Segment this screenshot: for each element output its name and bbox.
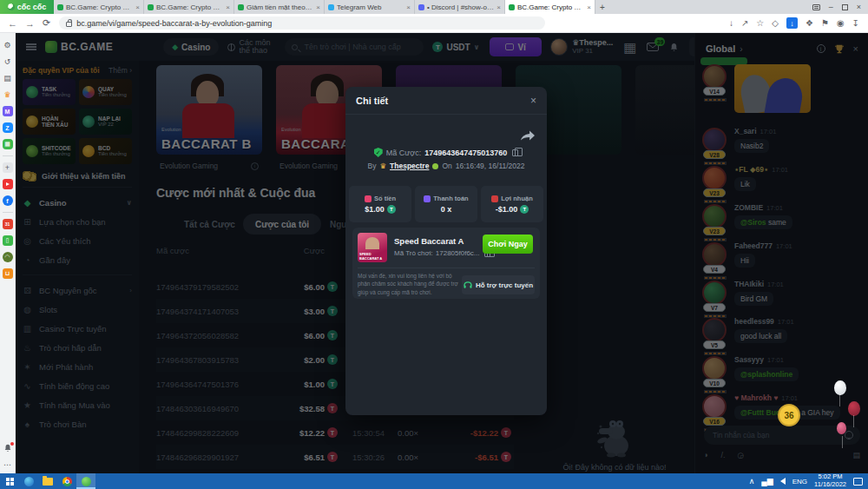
taskbar-clock[interactable]: 5:02 PM 11/16/2022 [814, 473, 846, 488]
no-data-text: Ôi! Đây không có dữ liệu nào! [562, 463, 666, 472]
browser-tab-3[interactable]: Giảm tiền mặt theo tiến hóa!× [234, 0, 325, 14]
game-code-label: Mã Trò chơi: [394, 249, 433, 257]
tab-search-icon[interactable] [812, 4, 820, 10]
taskbar-app-edge[interactable] [19, 473, 38, 489]
tab-favicon [148, 4, 154, 10]
browser-tab-1[interactable]: BC.Game: Crypto Casino Gan× [54, 0, 144, 14]
coccoc-brand[interactable]: cốc cốc [0, 0, 54, 14]
tab-favicon [418, 4, 424, 10]
headset-icon [464, 281, 472, 289]
maximize-button[interactable] [842, 4, 848, 10]
settings-gear-icon[interactable]: ⚙ [3, 40, 13, 50]
usdt-coin-icon: T [520, 205, 529, 214]
crown-icon: ♛ [379, 162, 386, 170]
start-button[interactable] [0, 473, 19, 489]
hat-shop-icon[interactable]: ◠ [3, 252, 13, 262]
browser-tab-active[interactable]: BC.Game: Crypto Casino Gan× [505, 0, 595, 14]
share-icon[interactable]: ↗ [741, 18, 748, 28]
tab-close-icon[interactable]: × [226, 3, 230, 11]
bcgame-site: BC.GAME ◆ Casino Các môn thể thao T USDT… [16, 33, 868, 473]
on-label: On [442, 162, 451, 170]
url-box[interactable]: bc.game/vi/game/speed-baccarat-a-by-evol… [59, 17, 545, 30]
games-icon[interactable]: ▦ [3, 139, 13, 149]
new-tab-button[interactable]: + [595, 0, 609, 14]
copy-icon[interactable] [512, 149, 518, 156]
game-name: Speed Baccarat A [394, 236, 464, 246]
minimize-button[interactable]: – [829, 3, 833, 11]
adblock-shield-icon[interactable]: ◇ [772, 18, 779, 28]
messenger-icon[interactable]: M [3, 106, 13, 116]
thumb-label: SPEED BACCARAT A [359, 252, 387, 261]
modal-title: Chi tiết [356, 96, 388, 106]
windows-taskbar: ∧ ▄▆ ENG 5:02 PM 11/16/2022 [0, 473, 868, 489]
modal-header: Chi tiết × [345, 87, 547, 115]
close-window-button[interactable]: × [857, 3, 861, 11]
history-icon[interactable]: ↺ [3, 56, 13, 67]
back-button[interactable]: ← [8, 18, 17, 29]
balloon-decoration [837, 422, 846, 434]
browser-tab-2[interactable]: BC.Game: Crypto Casino Gan× [144, 0, 234, 14]
bet-details-modal: Chi tiết × ✓ Mã Cược: 174964364747501376… [345, 87, 547, 415]
add-shortcut-icon[interactable]: + [3, 162, 13, 173]
sidebar-divider [3, 155, 13, 156]
frog-badge-icon [432, 163, 438, 169]
live-support-button[interactable]: Hỗ trợ trực tuyến [462, 275, 535, 294]
facebook-icon[interactable]: f [3, 195, 13, 206]
sidebar-toggle-icon[interactable]: ⚑ [821, 18, 829, 28]
extension-icon[interactable]: ❖ [806, 18, 813, 28]
downloads-icon[interactable]: ↧ [852, 18, 859, 28]
bet-id-value: 1749643647475013760 [424, 149, 507, 157]
tab-title: BC.Game: Crypto Casino Gan [517, 3, 584, 11]
game-thumbnail[interactable]: SPEED BACCARAT A [358, 233, 387, 262]
window-controls: – × [812, 0, 868, 14]
calendar-icon[interactable]: 31 [3, 219, 13, 229]
by-label: By [368, 162, 377, 170]
show-hidden-icons[interactable]: ∧ [749, 477, 755, 486]
action-center-icon[interactable] [853, 478, 863, 486]
tab-favicon [238, 4, 244, 10]
game-code-value: 172805f0f6c... [436, 249, 480, 257]
stat-label: Số tiền [374, 195, 396, 202]
youtube-icon[interactable] [3, 179, 13, 189]
browser-tab-5[interactable]: • Discord | #show-off-you× [415, 0, 505, 14]
tab-close-icon[interactable]: × [316, 3, 320, 11]
taskbar-app-coccoc[interactable] [76, 473, 95, 489]
download-manager-icon[interactable]: ↓ [786, 17, 798, 29]
taskbar-app-chrome[interactable] [57, 473, 76, 489]
network-icon[interactable]: ▄▆ [761, 477, 773, 486]
bet-author[interactable]: Thespectre [390, 162, 429, 170]
browser-tab-4[interactable]: Telegram Web× [325, 0, 415, 14]
more-options-icon[interactable]: ⋯ [3, 459, 13, 470]
tab-close-icon[interactable]: × [406, 3, 411, 11]
taskbar-tray: ∧ ▄▆ ENG 5:02 PM 11/16/2022 [749, 473, 868, 488]
bet-id-row: ✓ Mã Cược: 1749643647475013760 [345, 148, 547, 157]
utility-icon[interactable]: ▯ [3, 235, 13, 246]
bookmark-star-icon[interactable]: ☆ [756, 18, 764, 28]
notification-bell-icon[interactable] [3, 443, 13, 453]
save-page-icon[interactable]: ↓ [729, 18, 733, 28]
site-security-icon[interactable] [66, 22, 72, 27]
reload-button[interactable]: ⟳ [43, 17, 50, 29]
taskbar-app-explorer[interactable] [38, 473, 57, 489]
stat-label: Thanh toán [433, 195, 468, 202]
stat-label: Lợi nhuận [501, 195, 533, 202]
crown-rewards-icon[interactable]: ♛ [3, 89, 13, 100]
amount-icon [365, 195, 372, 202]
tab-close-icon[interactable]: × [587, 3, 591, 11]
profile-icon[interactable]: ◉ [837, 18, 845, 28]
tab-close-icon[interactable]: × [496, 3, 501, 11]
language-indicator[interactable]: ENG [792, 478, 807, 486]
close-icon[interactable]: × [530, 95, 536, 107]
zalo-icon[interactable]: Z [3, 122, 13, 133]
bet-id-label: Mã Cược: [386, 149, 421, 157]
play-now-button[interactable]: Chơi Ngay [483, 235, 533, 254]
bet-stats: Số tiền $1.00T Thanh toán 0 x Lợi nhuận … [349, 186, 543, 222]
share-bet-icon[interactable] [521, 130, 535, 141]
reading-list-icon[interactable]: ▤ [3, 73, 13, 83]
forward-button[interactable]: → [25, 18, 35, 29]
volume-icon[interactable] [780, 478, 786, 485]
tab-title: BC.Game: Crypto Casino Gan [156, 3, 223, 11]
emoji-count-badge: 36 [778, 404, 800, 426]
shopping-cart-icon[interactable]: ⊔ [3, 268, 13, 279]
tab-close-icon[interactable]: × [135, 3, 140, 11]
